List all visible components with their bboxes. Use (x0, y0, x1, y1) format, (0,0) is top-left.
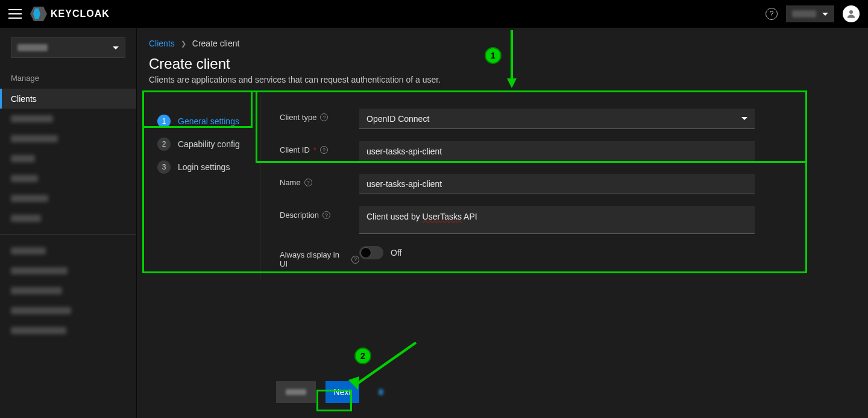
client-type-label: Client type ? (280, 109, 359, 122)
help-icon[interactable]: ? (351, 256, 359, 264)
name-label: Name ? (280, 174, 359, 187)
content-area: Clients ❯ Create client Create client Cl… (137, 28, 868, 418)
next-button[interactable]: Next (326, 381, 359, 403)
wizard-step-capability-config[interactable]: 2 Capability config (157, 133, 254, 156)
chevron-down-icon (113, 46, 119, 49)
wizard-step-general-settings[interactable]: 1 General settings (157, 110, 254, 133)
keycloak-logo-icon (30, 7, 47, 21)
cancel-button[interactable] (276, 381, 316, 403)
sidebar-item-blurred[interactable] (0, 208, 136, 228)
chevron-down-icon (741, 117, 747, 120)
sidebar-item-blurred[interactable] (0, 280, 136, 300)
sidebar-item-blurred[interactable] (0, 128, 136, 148)
name-input[interactable] (359, 174, 755, 194)
sidebar-item-blurred[interactable] (0, 109, 136, 128)
always-display-label: Always display in UI ? (280, 246, 359, 268)
blurred-text (17, 44, 48, 51)
blurred-text (792, 10, 816, 17)
client-id-input[interactable] (359, 141, 755, 162)
sidebar-item-clients[interactable]: Clients (0, 89, 136, 109)
description-label: Description ? (280, 206, 359, 220)
wizard-step-login-settings[interactable]: 3 Login settings (157, 156, 254, 179)
realm-dropdown-top[interactable] (786, 5, 834, 22)
user-avatar[interactable] (843, 5, 860, 22)
help-icon[interactable]: ? (320, 113, 328, 121)
chevron-right-icon: ❯ (181, 40, 186, 48)
breadcrumb: Clients ❯ Create client (149, 39, 856, 48)
wizard-steps: 1 General settings 2 Capability config 3… (149, 95, 260, 280)
sidebar-item-blurred[interactable] (0, 188, 136, 208)
sidebar: Manage Clients (0, 28, 137, 418)
toggle-value: Off (391, 248, 401, 258)
sidebar-item-blurred[interactable] (0, 241, 136, 261)
tertiary-button[interactable] (369, 381, 393, 403)
step-label: Login settings (178, 162, 230, 172)
help-icon[interactable]: ? (320, 146, 328, 154)
svg-point-2 (849, 10, 853, 14)
sidebar-section-manage: Manage (0, 69, 136, 89)
help-icon[interactable]: ? (304, 179, 312, 186)
page-subtitle: Clients are applications and services th… (149, 75, 856, 84)
topbar-left: KEYCLOAK (8, 7, 110, 21)
sidebar-item-blurred[interactable] (0, 148, 136, 168)
sidebar-item-blurred[interactable] (0, 168, 136, 188)
client-type-select[interactable]: OpenID Connect (359, 109, 755, 129)
form-area: Client type ? OpenID Connect Client ID *… (260, 95, 755, 280)
help-icon[interactable]: ? (322, 211, 330, 219)
topbar-right: ? (766, 5, 860, 22)
step-label: General settings (178, 116, 239, 126)
sidebar-item-blurred[interactable] (0, 261, 136, 280)
step-label: Capability config (178, 139, 240, 149)
sidebar-item-blurred[interactable] (0, 300, 136, 320)
logo[interactable]: KEYCLOAK (30, 7, 110, 21)
wizard-footer: Next (276, 381, 393, 403)
logo-text: KEYCLOAK (51, 8, 110, 19)
realm-selector[interactable] (11, 37, 125, 58)
topbar: KEYCLOAK ? (0, 0, 868, 28)
description-input[interactable]: Client used by UserTasks API (359, 206, 755, 234)
help-icon[interactable]: ? (766, 8, 778, 20)
sidebar-item-blurred[interactable] (0, 320, 136, 340)
client-id-label: Client ID * ? (280, 141, 359, 154)
chevron-down-icon (822, 13, 828, 16)
breadcrumb-current: Create client (192, 39, 240, 48)
breadcrumb-clients-link[interactable]: Clients (149, 39, 175, 48)
menu-toggle-button[interactable] (8, 9, 22, 19)
page-title: Create client (149, 55, 856, 72)
always-display-toggle[interactable] (359, 246, 383, 259)
